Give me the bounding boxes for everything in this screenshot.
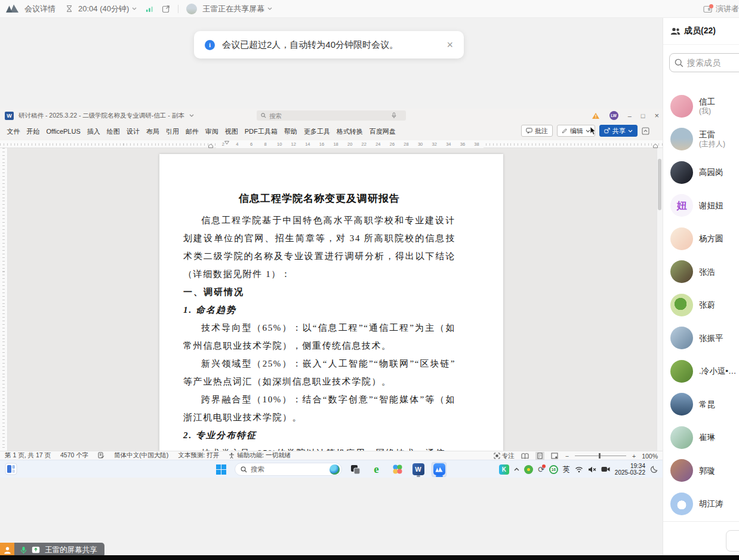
text-prediction[interactable]: 文本预测: 打开: [178, 451, 219, 460]
widgets-button[interactable]: [5, 463, 17, 475]
ribbon-tab[interactable]: 插入: [84, 122, 103, 140]
comment-button[interactable]: 批注: [521, 125, 553, 137]
taskbar-search-input[interactable]: [251, 466, 316, 473]
member-row[interactable]: 王雷 (主持人): [663, 123, 739, 156]
member-row[interactable]: 张浩: [663, 256, 739, 289]
network-signal-icon[interactable]: [146, 5, 154, 13]
document-scrollbar[interactable]: [657, 148, 663, 451]
focus-mode-button[interactable]: 专注: [494, 452, 515, 460]
scrollbar-thumb[interactable]: [658, 159, 661, 210]
restore-button[interactable]: □: [641, 112, 645, 119]
tray-badge-icon[interactable]: 16: [549, 465, 558, 474]
open-external-icon[interactable]: [162, 5, 170, 13]
meeting-timer[interactable]: 20:04 (40分钟): [78, 4, 137, 14]
word-count[interactable]: 4570 个字: [60, 451, 88, 460]
taskbar-search[interactable]: [235, 463, 342, 476]
minimize-button[interactable]: –: [628, 112, 632, 119]
member-row[interactable]: 张振平: [663, 322, 739, 355]
ime-indicator[interactable]: 英: [563, 464, 570, 475]
word-search-box[interactable]: [257, 110, 406, 121]
left-indent-marker[interactable]: [208, 144, 213, 148]
ruler-number: 34: [442, 140, 456, 148]
zoom-level[interactable]: 100%: [642, 453, 658, 460]
presenter-view-button[interactable]: 演讲者视图: [703, 0, 739, 18]
ribbon-tab[interactable]: 审阅: [202, 122, 221, 140]
dictate-mic-icon[interactable]: [392, 112, 396, 119]
warning-icon[interactable]: [592, 112, 600, 119]
ribbon-tab[interactable]: 格式转换: [333, 122, 366, 140]
member-search-box[interactable]: [669, 53, 739, 72]
web-layout-button[interactable]: [550, 452, 559, 460]
member-row[interactable]: 郭璇: [663, 454, 739, 488]
ruler-number: 22: [357, 140, 371, 148]
vertical-ruler[interactable]: [0, 148, 8, 451]
member-row[interactable]: 高园岗: [663, 156, 739, 189]
member-row[interactable]: 张蔚: [663, 288, 739, 322]
member-row[interactable]: 崔琳: [663, 421, 739, 454]
app-flower-icon[interactable]: [390, 462, 405, 477]
print-layout-button[interactable]: [535, 452, 544, 460]
proofing-icon[interactable]: [98, 452, 104, 459]
ribbon-tab[interactable]: 文件: [4, 122, 23, 140]
document-page[interactable]: 信息工程学院名称变更及调研报告 信息工程学院基于中国特色高水平高职学校和专业建设…: [159, 154, 503, 451]
member-row[interactable]: 胡江涛: [663, 487, 739, 521]
tray-k-icon[interactable]: K: [499, 464, 509, 475]
ribbon-tab[interactable]: OfficePLUS: [43, 122, 84, 140]
ribbon-tab[interactable]: 引用: [162, 122, 182, 140]
ribbon-tab[interactable]: 帮助: [281, 122, 300, 140]
member-row[interactable]: 信工 (我): [663, 90, 739, 123]
language-indicator[interactable]: 简体中文(中国大陆): [114, 451, 168, 460]
first-line-indent-marker[interactable]: [224, 141, 229, 144]
member-search-input[interactable]: [687, 58, 739, 67]
title-chevron-icon[interactable]: [189, 114, 194, 117]
ribbon-tab[interactable]: 开始: [23, 122, 43, 140]
ribbon-options-icon[interactable]: [642, 127, 649, 135]
start-button[interactable]: [214, 462, 229, 477]
member-row[interactable]: 杨方圆: [663, 222, 739, 256]
member-row[interactable]: 常昆: [663, 388, 739, 421]
tray-expand-icon[interactable]: [514, 467, 519, 471]
zoom-in-button[interactable]: +: [632, 453, 636, 460]
read-mode-button[interactable]: [521, 452, 529, 460]
night-mode-icon[interactable]: [650, 466, 658, 473]
screen-share-indicator[interactable]: 王雷的屏幕共享: [0, 543, 104, 555]
camera-icon[interactable]: [601, 466, 610, 472]
ribbon-tab[interactable]: 设计: [123, 122, 143, 140]
share-button[interactable]: 共享: [599, 125, 638, 137]
snipping-tool-icon[interactable]: [348, 462, 363, 477]
ruler-number: 28: [399, 140, 414, 148]
word-search-input[interactable]: [269, 112, 389, 119]
horizontal-ruler[interactable]: 2468101214161820222426283032343638: [0, 140, 663, 148]
tray-clock[interactable]: 19:34 2025-03-22: [615, 463, 645, 476]
zoom-out-button[interactable]: −: [565, 453, 569, 460]
ribbon-tab[interactable]: 布局: [143, 122, 162, 140]
taskbar-word-icon[interactable]: W: [411, 462, 426, 477]
zoom-slider[interactable]: [575, 456, 626, 456]
zoom-slider-thumb[interactable]: [599, 453, 601, 459]
taskbar-meeting-icon[interactable]: [432, 462, 447, 477]
presenter-person-icon[interactable]: [0, 543, 14, 555]
right-indent-marker[interactable]: [653, 144, 658, 148]
wifi-icon[interactable]: [575, 466, 583, 473]
ribbon-tab[interactable]: PDF工具箱: [241, 122, 281, 140]
member-row[interactable]: .冷小逗•…: [663, 355, 739, 388]
ribbon-tab[interactable]: 邮件: [182, 122, 202, 140]
footer-action-button[interactable]: [726, 530, 739, 552]
sharing-status[interactable]: 王雷正在共享屏幕: [202, 4, 272, 14]
ribbon-tab[interactable]: 更多工具: [300, 122, 333, 140]
close-button[interactable]: ×: [654, 111, 659, 120]
browser-e-icon[interactable]: e: [369, 462, 384, 477]
page-indicator[interactable]: 第 1 页, 共 17 页: [5, 451, 51, 460]
search-icon: [675, 59, 683, 67]
ribbon-tab[interactable]: 绘图: [103, 122, 123, 140]
accessibility-status[interactable]: 辅助功能: 一切就绪: [229, 451, 291, 460]
tray-sync-icon[interactable]: ⟳: [538, 466, 544, 473]
member-row[interactable]: 妞 谢妞妞: [663, 189, 739, 223]
volume-muted-icon[interactable]: [588, 466, 596, 473]
ribbon-tab[interactable]: 视图: [221, 122, 241, 140]
ribbon-tab[interactable]: 百度网盘: [366, 122, 399, 140]
account-avatar[interactable]: LW: [609, 111, 618, 120]
tray-antivirus-icon[interactable]: [524, 465, 533, 474]
meeting-details-button[interactable]: 会议详情: [24, 4, 56, 14]
toast-close-button[interactable]: ×: [447, 39, 453, 51]
